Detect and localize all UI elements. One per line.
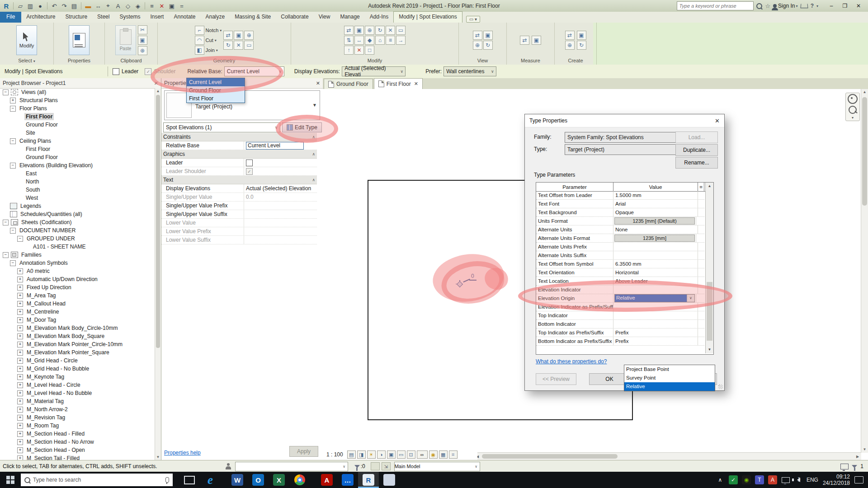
parameter-value[interactable]: Prefix (613, 337, 698, 345)
active-only-filter-icon[interactable] (354, 465, 360, 468)
edit-in-place-icon[interactable]: ⇲ (382, 462, 391, 470)
type-parameter-row[interactable]: Text Offset from Leader1.5000 mm (536, 191, 704, 200)
close-icon[interactable]: ✕ (715, 117, 720, 124)
equalize-cell[interactable] (698, 303, 704, 311)
property-row[interactable]: Lower Value Prefix (161, 227, 317, 236)
redo-icon[interactable]: ↷ (60, 2, 69, 10)
expand-icon[interactable]: + (17, 374, 23, 380)
parameter-value[interactable]: 1.5000 mm (613, 191, 698, 199)
dialog-help-link[interactable]: What do these properties do? (536, 358, 607, 365)
copy-element-icon[interactable]: ↔ (354, 36, 364, 45)
property-row[interactable]: Relative BaseCurrent Level (161, 141, 317, 150)
taskbar-app-word[interactable]: W (227, 472, 248, 488)
microphone-icon[interactable] (165, 477, 169, 483)
equalize-cell[interactable] (696, 217, 702, 225)
tree-item[interactable]: Site (0, 129, 155, 137)
parameter-value[interactable]: None (613, 225, 698, 234)
property-row[interactable]: Single/Upper Value Prefix (161, 202, 317, 210)
join-geometry-icon[interactable]: ▣ (234, 31, 243, 40)
scroll-down-icon[interactable]: ▼ (861, 446, 868, 453)
view-tab-ground-floor[interactable]: Ground Floor (324, 79, 373, 89)
ribbon-display-toggle-icon[interactable]: ▭ ▾ (466, 16, 480, 23)
infocenter-search-input[interactable] (677, 1, 754, 10)
steering-wheel-icon[interactable] (848, 94, 858, 104)
scale-icon[interactable]: ≡ (386, 36, 395, 45)
tree-item[interactable]: First Floor (0, 145, 155, 153)
expand-icon[interactable]: + (17, 293, 23, 299)
expand-icon[interactable]: + (17, 439, 23, 445)
ribbon-tab-analyze[interactable]: Analyze (201, 12, 230, 23)
create-group-icon[interactable]: ⇄ (565, 31, 575, 40)
equalize-cell[interactable] (698, 311, 704, 319)
tree-item[interactable]: Schedules/Quantities (all) (0, 210, 155, 218)
expand-icon[interactable]: + (17, 423, 23, 429)
tree-item[interactable]: Ground Floor (0, 153, 155, 161)
equalize-cell[interactable] (696, 234, 702, 242)
expand-icon[interactable]: + (17, 382, 23, 388)
delete-icon[interactable]: ✕ (354, 46, 364, 55)
tree-item[interactable]: North (0, 178, 155, 186)
tree-item[interactable]: +M_Section Tail - Filled (0, 454, 155, 460)
project-browser-scrollbar[interactable]: ▲ ▼ (155, 88, 161, 460)
ribbon-tab-annotate[interactable]: Annotate (169, 12, 200, 23)
collapse-icon[interactable]: − (3, 89, 9, 95)
tree-item[interactable]: +M_Material Tag (0, 397, 155, 405)
nvidia-icon[interactable]: ◉ (742, 475, 751, 484)
view-panel-label[interactable]: View (459, 58, 506, 65)
worksets-icon[interactable] (225, 463, 231, 469)
shadows-icon[interactable]: ◑ (377, 450, 386, 459)
tree-item[interactable]: +M_Elevation Mark Pointer_Circle-10mm (0, 340, 155, 348)
minimize-button[interactable]: – (825, 1, 838, 11)
taskbar-app-chat[interactable]: … (337, 472, 358, 488)
reveal-hidden-icon[interactable]: ↻ (483, 41, 493, 50)
tree-item[interactable]: −Sheets (Codification) (0, 218, 155, 226)
expand-icon[interactable]: + (17, 285, 23, 291)
ribbon-tab-structure[interactable]: Structure (60, 12, 92, 23)
equalize-cell[interactable] (698, 337, 704, 345)
move-icon[interactable]: ⇅ (344, 36, 354, 45)
property-value[interactable]: Current Level (244, 141, 317, 150)
relative-base-dropdown[interactable]: Current Level ∨ (224, 66, 284, 76)
rotate-icon[interactable]: ◆ (365, 36, 374, 45)
property-value[interactable] (244, 210, 317, 218)
ribbon-tab-massing-site[interactable]: Massing & Site (230, 12, 276, 23)
expand-icon[interactable]: + (17, 309, 23, 315)
demolish-icon[interactable]: ✕ (234, 41, 243, 50)
favorites-star-icon[interactable]: ☆ (765, 3, 770, 9)
parameter-value[interactable]: Horizontal (613, 268, 698, 277)
collapse-icon[interactable]: − (17, 236, 23, 242)
ribbon-tab-manage[interactable]: Manage (335, 12, 364, 23)
properties-help-link[interactable]: Properties help (164, 450, 201, 456)
display-elevations-dropdown[interactable]: Actual (Selected) Elevati ∨ (342, 66, 406, 76)
tree-item[interactable]: +M_Room Tag (0, 422, 155, 430)
expand-icon[interactable]: + (17, 431, 23, 437)
switch-windows-icon[interactable]: ▣ (167, 2, 176, 10)
property-group-header[interactable]: Constraints∧ (161, 133, 317, 141)
scroll-up-icon[interactable]: ▲ (861, 89, 868, 95)
parameter-value[interactable]: 6.3500 mm (613, 260, 698, 268)
close-button[interactable]: ✕ (852, 1, 865, 11)
select-panel-label[interactable]: Select ▾ (0, 58, 53, 65)
tree-item[interactable]: East (0, 169, 155, 178)
section-icon[interactable]: ◈ (133, 2, 142, 10)
property-value[interactable] (244, 236, 317, 244)
equalize-cell[interactable] (698, 260, 704, 268)
ribbon-tab-insert[interactable]: Insert (145, 12, 169, 23)
equalize-cell[interactable] (698, 328, 704, 337)
property-value[interactable]: 0.0 (244, 193, 317, 201)
expand-icon[interactable]: + (17, 455, 23, 460)
tree-item[interactable]: +M_Elevation Mark Body_Square (0, 332, 155, 340)
type-parameter-row[interactable]: Elevation OriginRelative∨ (536, 294, 704, 303)
exclude-options-icon[interactable] (371, 462, 380, 470)
type-parameter-row[interactable]: Text LocationAbove Leader (536, 277, 704, 286)
geometry-panel-label[interactable]: Geometry (158, 58, 291, 65)
type-parameter-row[interactable]: Alternate UnitsNone (536, 225, 704, 234)
property-value[interactable]: ✓ (244, 167, 317, 175)
language-indicator[interactable]: ENG (807, 477, 818, 483)
parameter-value[interactable]: Relative∨ (613, 294, 696, 302)
align-icon[interactable]: ⇄ (344, 26, 354, 35)
property-group-header[interactable]: Graphics∧ (161, 150, 317, 159)
selection-filter-icon[interactable] (852, 465, 857, 468)
equalize-cell[interactable] (696, 294, 702, 302)
tree-item[interactable]: −Ceiling Plans (0, 137, 155, 145)
